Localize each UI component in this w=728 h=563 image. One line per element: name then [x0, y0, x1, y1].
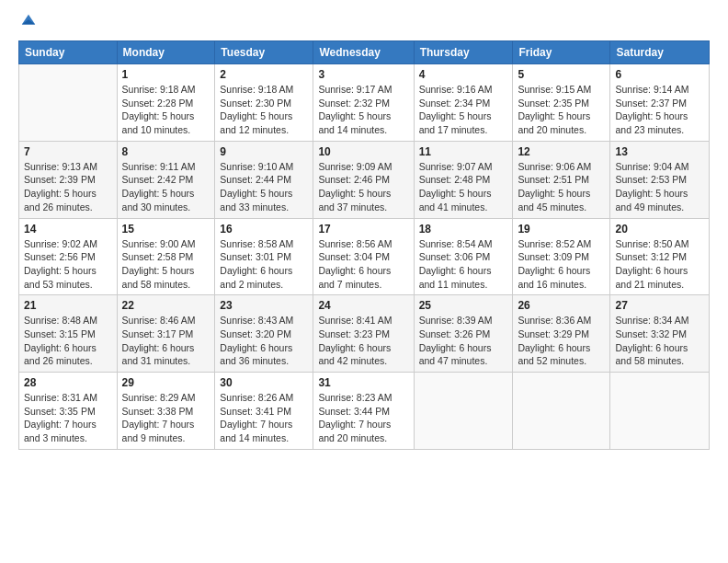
day-number: 20 — [615, 223, 704, 236]
day-info: Sunrise: 8:26 AMSunset: 3:41 PMDaylight:… — [220, 391, 308, 445]
calendar-cell: 1Sunrise: 9:18 AMSunset: 2:28 PMDaylight… — [117, 64, 215, 142]
page: SundayMondayTuesdayWednesdayThursdayFrid… — [0, 0, 728, 563]
day-info: Sunrise: 8:52 AMSunset: 3:09 PMDaylight:… — [518, 237, 605, 292]
day-info: Sunrise: 9:15 AMSunset: 2:35 PMDaylight:… — [518, 83, 605, 137]
calendar-cell: 9Sunrise: 9:10 AMSunset: 2:44 PMDaylight… — [215, 141, 313, 218]
calendar-cell — [19, 64, 118, 142]
calendar-cell: 31Sunrise: 8:23 AMSunset: 3:44 PMDayligh… — [313, 373, 414, 450]
day-number: 29 — [122, 376, 210, 389]
day-info: Sunrise: 9:13 AMSunset: 2:39 PMDaylight:… — [24, 160, 112, 214]
day-info: Sunrise: 8:56 AMSunset: 3:04 PMDaylight:… — [318, 237, 408, 292]
day-info: Sunrise: 8:43 AMSunset: 3:20 PMDaylight:… — [220, 314, 308, 368]
col-header-wednesday: Wednesday — [313, 41, 414, 64]
col-header-friday: Friday — [513, 41, 610, 64]
day-number: 8 — [122, 145, 210, 158]
day-number: 10 — [318, 145, 408, 158]
day-number: 12 — [518, 145, 605, 158]
day-number: 1 — [122, 68, 210, 81]
calendar-table: SundayMondayTuesdayWednesdayThursdayFrid… — [18, 40, 710, 450]
col-header-thursday: Thursday — [414, 41, 513, 64]
calendar-cell: 20Sunrise: 8:50 AMSunset: 3:12 PMDayligh… — [610, 218, 710, 295]
day-number: 19 — [518, 223, 605, 236]
logo-icon — [20, 13, 37, 29]
day-info: Sunrise: 9:16 AMSunset: 2:34 PMDaylight:… — [419, 83, 508, 137]
calendar-cell: 2Sunrise: 9:18 AMSunset: 2:30 PMDaylight… — [215, 64, 313, 142]
day-info: Sunrise: 9:14 AMSunset: 2:37 PMDaylight:… — [615, 83, 704, 137]
calendar-cell: 18Sunrise: 8:54 AMSunset: 3:06 PMDayligh… — [414, 218, 513, 295]
day-info: Sunrise: 8:29 AMSunset: 3:38 PMDaylight:… — [122, 391, 210, 445]
calendar-cell: 7Sunrise: 9:13 AMSunset: 2:39 PMDaylight… — [19, 141, 118, 218]
logo — [18, 15, 37, 31]
day-number: 13 — [615, 145, 704, 158]
day-number: 28 — [24, 376, 112, 389]
calendar-cell — [513, 373, 610, 450]
day-info: Sunrise: 8:39 AMSunset: 3:26 PMDaylight:… — [419, 314, 508, 368]
calendar-cell: 21Sunrise: 8:48 AMSunset: 3:15 PMDayligh… — [19, 295, 118, 373]
col-header-monday: Monday — [117, 41, 215, 64]
day-number: 30 — [220, 376, 308, 389]
day-info: Sunrise: 8:46 AMSunset: 3:17 PMDaylight:… — [122, 314, 210, 368]
day-number: 15 — [122, 223, 210, 236]
day-number: 9 — [220, 145, 308, 158]
day-number: 27 — [615, 299, 704, 312]
calendar-cell: 24Sunrise: 8:41 AMSunset: 3:23 PMDayligh… — [313, 295, 414, 373]
calendar-cell — [414, 373, 513, 450]
calendar-week-2: 14Sunrise: 9:02 AMSunset: 2:56 PMDayligh… — [19, 218, 710, 295]
calendar-cell: 22Sunrise: 8:46 AMSunset: 3:17 PMDayligh… — [117, 295, 215, 373]
day-info: Sunrise: 8:54 AMSunset: 3:06 PMDaylight:… — [419, 237, 508, 292]
col-header-saturday: Saturday — [610, 41, 710, 64]
calendar-cell: 4Sunrise: 9:16 AMSunset: 2:34 PMDaylight… — [414, 64, 513, 142]
day-number: 18 — [419, 223, 508, 236]
calendar-week-4: 28Sunrise: 8:31 AMSunset: 3:35 PMDayligh… — [19, 373, 710, 450]
calendar-week-3: 21Sunrise: 8:48 AMSunset: 3:15 PMDayligh… — [19, 295, 710, 373]
calendar-week-0: 1Sunrise: 9:18 AMSunset: 2:28 PMDaylight… — [19, 64, 710, 142]
day-info: Sunrise: 9:10 AMSunset: 2:44 PMDaylight:… — [220, 160, 308, 214]
day-number: 2 — [220, 68, 308, 81]
calendar-cell: 27Sunrise: 8:34 AMSunset: 3:32 PMDayligh… — [610, 295, 710, 373]
day-info: Sunrise: 9:06 AMSunset: 2:51 PMDaylight:… — [518, 160, 605, 214]
day-info: Sunrise: 9:17 AMSunset: 2:32 PMDaylight:… — [318, 83, 408, 137]
calendar-cell: 12Sunrise: 9:06 AMSunset: 2:51 PMDayligh… — [513, 141, 610, 218]
day-number: 4 — [419, 68, 508, 81]
calendar-cell: 28Sunrise: 8:31 AMSunset: 3:35 PMDayligh… — [19, 373, 118, 450]
col-header-sunday: Sunday — [19, 41, 118, 64]
day-number: 25 — [419, 299, 508, 312]
day-number: 6 — [615, 68, 704, 81]
calendar-week-1: 7Sunrise: 9:13 AMSunset: 2:39 PMDaylight… — [19, 141, 710, 218]
day-info: Sunrise: 9:11 AMSunset: 2:42 PMDaylight:… — [122, 160, 210, 214]
day-info: Sunrise: 8:48 AMSunset: 3:15 PMDaylight:… — [24, 314, 112, 368]
calendar-cell — [610, 373, 710, 450]
calendar-cell: 14Sunrise: 9:02 AMSunset: 2:56 PMDayligh… — [19, 218, 118, 295]
day-info: Sunrise: 9:00 AMSunset: 2:58 PMDaylight:… — [122, 237, 210, 292]
day-info: Sunrise: 8:58 AMSunset: 3:01 PMDaylight:… — [220, 237, 308, 292]
day-number: 26 — [518, 299, 605, 312]
calendar-cell: 30Sunrise: 8:26 AMSunset: 3:41 PMDayligh… — [215, 373, 313, 450]
day-number: 14 — [24, 223, 112, 236]
calendar-cell: 16Sunrise: 8:58 AMSunset: 3:01 PMDayligh… — [215, 218, 313, 295]
day-info: Sunrise: 8:34 AMSunset: 3:32 PMDaylight:… — [615, 314, 704, 368]
day-number: 31 — [318, 376, 408, 389]
day-number: 24 — [318, 299, 408, 312]
calendar-cell: 11Sunrise: 9:07 AMSunset: 2:48 PMDayligh… — [414, 141, 513, 218]
day-number: 11 — [419, 145, 508, 158]
header — [18, 15, 710, 31]
calendar-cell: 13Sunrise: 9:04 AMSunset: 2:53 PMDayligh… — [610, 141, 710, 218]
day-number: 16 — [220, 223, 308, 236]
day-number: 3 — [318, 68, 408, 81]
day-number: 21 — [24, 299, 112, 312]
calendar-cell: 25Sunrise: 8:39 AMSunset: 3:26 PMDayligh… — [414, 295, 513, 373]
day-info: Sunrise: 9:18 AMSunset: 2:28 PMDaylight:… — [122, 83, 210, 137]
calendar-cell: 8Sunrise: 9:11 AMSunset: 2:42 PMDaylight… — [117, 141, 215, 218]
day-info: Sunrise: 9:02 AMSunset: 2:56 PMDaylight:… — [24, 237, 112, 292]
calendar-cell: 26Sunrise: 8:36 AMSunset: 3:29 PMDayligh… — [513, 295, 610, 373]
day-info: Sunrise: 8:36 AMSunset: 3:29 PMDaylight:… — [518, 314, 605, 368]
day-info: Sunrise: 8:23 AMSunset: 3:44 PMDaylight:… — [318, 391, 408, 445]
day-info: Sunrise: 9:09 AMSunset: 2:46 PMDaylight:… — [318, 160, 408, 214]
day-info: Sunrise: 9:18 AMSunset: 2:30 PMDaylight:… — [220, 83, 308, 137]
calendar-cell: 3Sunrise: 9:17 AMSunset: 2:32 PMDaylight… — [313, 64, 414, 142]
calendar-cell: 6Sunrise: 9:14 AMSunset: 2:37 PMDaylight… — [610, 64, 710, 142]
day-info: Sunrise: 9:04 AMSunset: 2:53 PMDaylight:… — [615, 160, 704, 214]
day-info: Sunrise: 8:31 AMSunset: 3:35 PMDaylight:… — [24, 391, 112, 445]
day-number: 17 — [318, 223, 408, 236]
calendar-cell: 23Sunrise: 8:43 AMSunset: 3:20 PMDayligh… — [215, 295, 313, 373]
